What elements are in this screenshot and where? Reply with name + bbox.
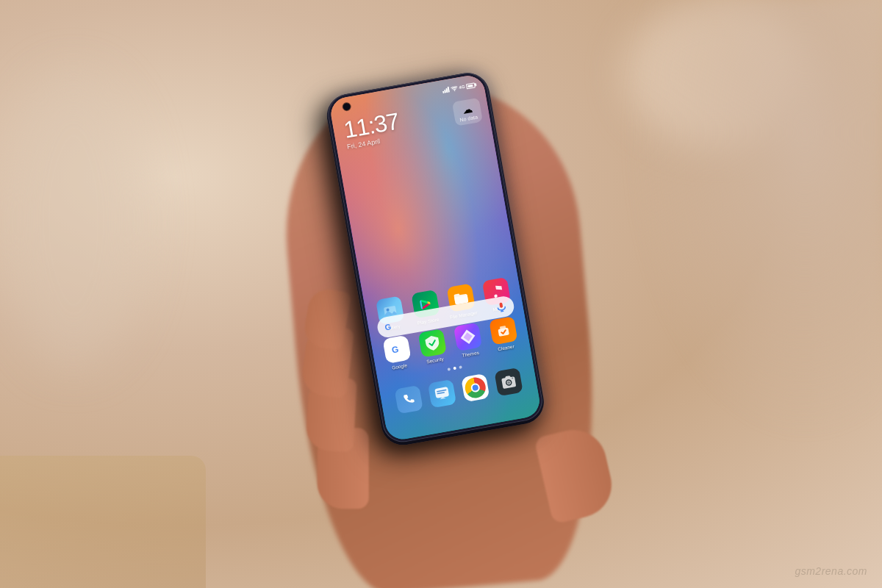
app-google[interactable]: G Google <box>381 334 414 371</box>
bg-blur-left <box>0 74 147 368</box>
wood-table <box>0 456 206 588</box>
google-label: Google <box>392 362 408 370</box>
person-bg <box>625 0 882 441</box>
wifi-icon <box>451 85 458 91</box>
cleaner-label: Cleaner <box>498 344 515 352</box>
themes-icon[interactable] <box>453 323 481 351</box>
themes-label: Themes <box>462 350 479 358</box>
app-camera[interactable] <box>492 368 525 399</box>
search-mic-icon <box>495 301 507 313</box>
phone-svg <box>401 392 417 407</box>
svg-rect-0 <box>442 91 444 93</box>
google-svg: G <box>388 341 405 358</box>
weather-icon: ☁ <box>461 103 473 116</box>
search-g-logo: G <box>384 322 392 331</box>
camera-svg <box>500 374 518 390</box>
phone-app-icon[interactable] <box>394 385 423 414</box>
svg-text:G: G <box>390 344 399 355</box>
dot-2-active <box>453 367 456 370</box>
svg-line-20 <box>501 311 503 312</box>
dot-3 <box>459 365 462 369</box>
app-themes[interactable]: Themes <box>451 322 484 359</box>
watermark: gsm2rena.com <box>795 565 867 577</box>
dot-1 <box>448 368 451 371</box>
signal-icon <box>442 87 450 94</box>
cleaner-icon[interactable] <box>489 316 517 345</box>
chrome-app-icon[interactable] <box>461 373 490 402</box>
weather-widget: ☁ No data <box>452 98 483 126</box>
chrome-inner <box>470 383 481 393</box>
camera-icon[interactable] <box>494 368 523 396</box>
lte-label: 4G <box>459 85 465 90</box>
themes-svg <box>458 328 476 346</box>
weather-text: No data <box>459 114 478 122</box>
google-icon[interactable]: G <box>382 335 411 364</box>
app-chrome[interactable] <box>459 373 492 405</box>
svg-rect-1 <box>444 90 446 93</box>
chrome-outer <box>464 376 487 399</box>
hand-area: 4G 11:37 Fri, 24 April ☁ No data <box>243 44 640 588</box>
messages-svg <box>434 386 451 401</box>
cleaner-svg <box>494 321 512 340</box>
app-messages[interactable] <box>426 379 459 410</box>
app-phone[interactable] <box>392 384 425 416</box>
security-svg <box>423 334 441 352</box>
security-icon[interactable] <box>417 329 446 357</box>
scene: 4G 11:37 Fri, 24 April ☁ No data <box>0 0 882 588</box>
security-label: Security <box>426 356 444 365</box>
app-security[interactable]: Security <box>416 329 449 365</box>
status-icons: 4G <box>442 82 476 93</box>
svg-rect-18 <box>499 302 503 308</box>
messages-icon[interactable] <box>428 379 456 408</box>
app-cleaner[interactable]: Cleaner <box>487 316 520 353</box>
svg-rect-2 <box>445 88 448 93</box>
battery-icon <box>466 82 476 89</box>
